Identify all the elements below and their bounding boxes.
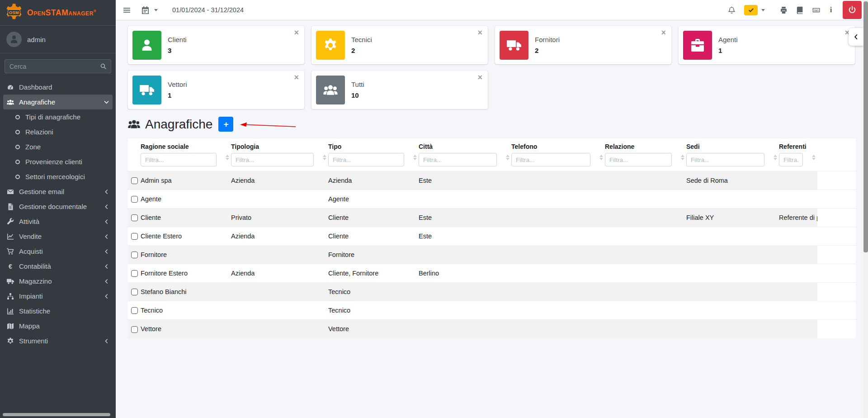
sidebar-horizontal-scrollbar[interactable] [3, 413, 110, 416]
row-checkbox[interactable] [131, 307, 138, 314]
stat-card-clienti[interactable]: Clienti 3 × [128, 26, 304, 64]
tasks-caret-icon[interactable] [761, 9, 765, 11]
column-relazione: Relazione [605, 138, 686, 171]
row-checkbox[interactable] [131, 270, 138, 277]
card-count: 2 [351, 47, 372, 54]
add-record-button[interactable]: + [218, 117, 233, 132]
table-row[interactable]: Cliente Privato Cliente Este Filiale XY … [128, 209, 856, 227]
widgets-collapse-tab[interactable] [849, 28, 863, 46]
filter-input-referenti[interactable] [779, 153, 803, 166]
row-checkbox[interactable] [131, 196, 138, 203]
search-button[interactable] [96, 59, 111, 73]
sidebar-item-acquisti[interactable]: Acquisti [3, 244, 113, 259]
user-panel[interactable]: admin [0, 26, 116, 53]
filter-input-tipologia[interactable] [231, 153, 314, 166]
select-all-header [128, 138, 141, 171]
row-checkbox[interactable] [131, 233, 138, 240]
manual-book-icon[interactable] [796, 6, 804, 14]
stats-row-1: Clienti 3 × Tecnici 2 × Fornitori 2 × Ag… [128, 26, 856, 64]
scrollbar-thumb[interactable] [863, 1, 868, 252]
cell [231, 283, 328, 301]
filter-input-sedi[interactable] [686, 153, 764, 166]
cell: Tecnico [328, 301, 419, 320]
sort-icon[interactable] [323, 155, 326, 160]
tasks-check-button[interactable] [744, 5, 758, 15]
row-checkbox[interactable] [131, 326, 138, 333]
chevron-left-icon [853, 33, 859, 40]
date-range[interactable]: 01/01/2024 - 31/12/2024 [172, 6, 244, 14]
osm-gear-logo-icon: OSM [5, 3, 24, 22]
sidebar-item-magazzino[interactable]: Magazzino [3, 274, 113, 289]
cell: Este [419, 227, 511, 246]
brand-logo[interactable]: OSM OpenSTAManager® [0, 0, 116, 26]
search-icon [100, 63, 106, 69]
sort-icon[interactable] [681, 155, 684, 160]
filter-input-relazione[interactable] [605, 153, 672, 166]
sidebar-item-zone[interactable]: Zone [3, 139, 113, 154]
sidebar-item-contabilita[interactable]: € Contabilità [3, 259, 113, 274]
table-row[interactable]: Fornitore Fornitore [128, 246, 856, 264]
cell [686, 283, 779, 301]
sort-icon[interactable] [599, 155, 603, 160]
logout-power-button[interactable] [843, 1, 862, 19]
close-icon[interactable]: × [661, 28, 666, 37]
sort-icon[interactable] [413, 155, 417, 160]
sidebar-item-attivita[interactable]: Attività [3, 214, 113, 229]
table-row[interactable]: Fornitore Estero Azienda Cliente, Fornit… [128, 264, 856, 283]
sidebar-item-dashboard[interactable]: Dashboard [3, 80, 113, 95]
vertical-scrollbar[interactable] [863, 0, 868, 418]
filter-input-telefono[interactable] [511, 153, 590, 166]
calendar-icon[interactable] [142, 6, 149, 14]
keyboard-shortcuts-icon[interactable] [812, 6, 820, 14]
sidebar-item-provenienze-clienti[interactable]: Provenienze clienti [3, 154, 113, 169]
sidebar-item-statistiche[interactable]: Statistiche [3, 304, 113, 318]
row-checkbox[interactable] [131, 177, 138, 184]
table-row[interactable]: Agente Agente [128, 190, 856, 209]
sort-icon[interactable] [506, 155, 509, 160]
sidebar-item-gestione-email[interactable]: Gestione email [3, 184, 113, 199]
close-icon[interactable]: × [294, 28, 299, 37]
search-input[interactable] [5, 59, 96, 73]
bell-icon[interactable] [728, 6, 736, 14]
cell: Azienda [231, 171, 328, 190]
table-row[interactable]: Admin spa Azienda Azienda Este Sede di R… [128, 171, 856, 190]
sidebar-item-relazioni[interactable]: Relazioni [3, 124, 113, 139]
check-icon [748, 7, 754, 13]
print-icon[interactable] [780, 6, 788, 14]
info-icon[interactable]: i [829, 5, 833, 14]
stat-card-tutti[interactable]: Tutti 10 × [311, 71, 488, 109]
sidebar-item-mappa[interactable]: Mappa [3, 318, 113, 333]
row-checkbox[interactable] [131, 289, 138, 295]
stat-card-agenti[interactable]: Agenti 1 × [679, 26, 855, 64]
table-row[interactable]: Cliente Estero Azienda Cliente Este [128, 227, 856, 246]
stat-card-fornitori[interactable]: Fornitori 2 × [495, 26, 671, 64]
sidebar-item-vendite[interactable]: Vendite [3, 229, 113, 244]
table-row[interactable]: Stefano Bianchi Tecnico [128, 283, 856, 301]
sidebar-item-anagrafiche[interactable]: Anagrafiche [3, 95, 113, 109]
sidebar-item-settori-merceologici[interactable]: Settori merceologici [3, 169, 113, 184]
row-checkbox[interactable] [131, 214, 138, 221]
row-checkbox[interactable] [131, 252, 138, 258]
filter-input-ragione-sociale[interactable] [141, 153, 217, 166]
close-icon[interactable]: × [477, 28, 482, 37]
table-row[interactable]: Tecnico Tecnico [128, 301, 856, 320]
close-icon[interactable]: × [477, 73, 482, 81]
filter-input-citta[interactable] [419, 153, 497, 166]
stat-card-vettori[interactable]: Vettori 1 × [128, 71, 304, 109]
calendar-caret-icon[interactable] [154, 9, 158, 11]
sidebar-item-tipi-di-anagrafiche[interactable]: Tipi di anagrafiche [3, 109, 113, 124]
cell [511, 264, 605, 283]
chevron-left-icon [104, 278, 109, 284]
table-row[interactable]: Vettore Vettore [128, 320, 856, 338]
sidebar-item-strumenti[interactable]: Strumenti [3, 333, 113, 348]
sidebar-item-impianti[interactable]: Impianti [3, 289, 113, 304]
close-icon[interactable]: × [294, 73, 299, 81]
hamburger-menu-icon[interactable] [123, 6, 131, 14]
sort-icon[interactable] [774, 155, 777, 160]
sort-icon[interactable] [226, 155, 229, 160]
sort-icon[interactable] [812, 155, 816, 160]
cell [511, 283, 605, 301]
sidebar-item-gestione-documentale[interactable]: Gestione documentale [3, 199, 113, 214]
filter-input-tipo[interactable] [328, 153, 404, 166]
stat-card-tecnici[interactable]: Tecnici 2 × [311, 26, 488, 64]
